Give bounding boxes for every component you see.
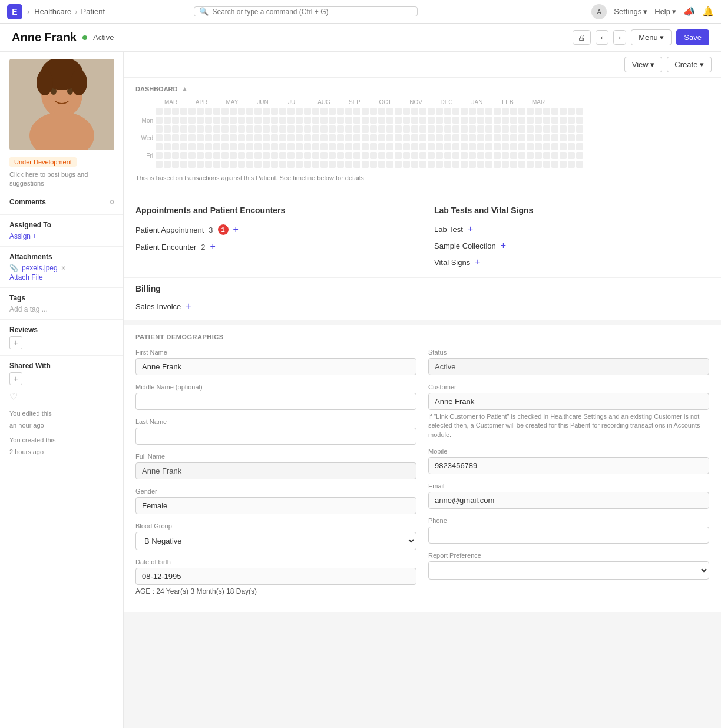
calendar-cell — [312, 152, 319, 159]
report-pref-group: Report Preference — [428, 552, 709, 580]
calendar-cell — [560, 161, 567, 168]
calendar-cell — [403, 134, 410, 141]
breadcrumb-healthcare[interactable]: Healthcare — [34, 7, 71, 16]
calendar-cell — [353, 134, 360, 141]
menu-button[interactable]: Menu ▾ — [631, 29, 672, 45]
report-pref-select[interactable] — [428, 561, 709, 580]
first-name-input[interactable] — [135, 358, 416, 375]
dashboard-hint: This is based on transactions against th… — [135, 174, 709, 181]
calendar-cell — [436, 125, 443, 133]
shared-with-add-button[interactable]: + — [9, 372, 22, 385]
save-button[interactable]: Save — [676, 29, 709, 45]
add-sales-invoice-button[interactable]: + — [186, 302, 191, 311]
reviews-add-button[interactable]: + — [9, 336, 22, 349]
email-label: Email — [428, 482, 709, 489]
calendar-cell — [518, 108, 525, 115]
calendar-cell — [197, 152, 204, 159]
calendar-cell — [370, 125, 377, 133]
help-button[interactable]: Help ▾ — [654, 7, 676, 16]
calendar-cell — [568, 152, 575, 159]
calendar-cell — [403, 125, 410, 133]
calendar-cell — [329, 152, 336, 159]
calendar-cell — [518, 117, 525, 124]
print-button[interactable]: 🖨 — [573, 30, 591, 45]
last-name-input[interactable] — [135, 428, 416, 445]
report-pref-label: Report Preference — [428, 552, 709, 559]
calendar-cell — [510, 117, 517, 124]
calendar-cell — [246, 108, 253, 115]
attachment-icon: 📎 — [9, 264, 18, 272]
add-tag[interactable]: Add a tag ... — [9, 305, 48, 313]
dashboard-toggle-icon[interactable]: ▲ — [181, 85, 188, 93]
calendar-cell — [510, 125, 517, 133]
blood-group-select[interactable]: B Negative A Positive A Negative B Posit… — [135, 532, 416, 550]
middle-name-input[interactable] — [135, 393, 416, 410]
calendar-cell — [180, 125, 187, 133]
attach-file-link[interactable]: Attach File + — [9, 273, 49, 282]
attachment-name[interactable]: pexels.jpeg — [22, 264, 58, 272]
calendar-cell — [576, 134, 583, 141]
appointments-title: Appointments and Patient Encounters — [135, 206, 411, 215]
calendar-cell — [156, 143, 163, 150]
svg-point-7 — [71, 70, 87, 95]
calendar-cell — [329, 161, 336, 168]
breadcrumb-patient[interactable]: Patient — [81, 7, 105, 16]
calendar-cell — [551, 152, 558, 159]
customer-input[interactable] — [428, 393, 709, 410]
gender-input[interactable] — [135, 497, 416, 514]
calendar-cell — [477, 143, 484, 150]
calendar-cell — [568, 161, 575, 168]
search-bar[interactable]: 🔍 — [194, 6, 418, 16]
calendar-cell — [271, 108, 278, 115]
attachments-section: Attachments 📎 pexels.jpeg × Attach File … — [0, 249, 123, 285]
dob-input[interactable] — [135, 568, 416, 585]
calendar-cell — [370, 143, 377, 150]
calendar-cell — [428, 152, 435, 159]
next-button[interactable]: › — [613, 30, 626, 45]
calendar-cell — [238, 108, 245, 115]
calendar-cell — [345, 125, 352, 133]
calendar-cell — [419, 143, 426, 150]
calendar-week-col — [164, 108, 171, 168]
email-input[interactable] — [428, 492, 709, 509]
calendar-cell — [560, 143, 567, 150]
calendar-cell — [180, 134, 187, 141]
status-input[interactable] — [428, 358, 709, 375]
calendar-cell — [180, 143, 187, 150]
under-dev-badge[interactable]: Under Development — [9, 157, 77, 167]
calendar-cell — [461, 134, 468, 141]
announcements-icon[interactable]: 📣 — [683, 6, 695, 17]
assign-link[interactable]: Assign + — [9, 232, 37, 240]
add-patient-appointment-button[interactable]: + — [233, 225, 239, 234]
settings-button[interactable]: Settings ▾ — [614, 7, 647, 16]
calendar-cell — [238, 152, 245, 159]
add-lab-test-button[interactable]: + — [468, 224, 473, 234]
calendar-cell — [312, 143, 319, 150]
view-button[interactable]: View ▾ — [624, 57, 663, 72]
create-button[interactable]: Create ▾ — [667, 57, 712, 72]
calendar-cell — [444, 152, 451, 159]
heart-icon[interactable]: ♡ — [0, 389, 123, 405]
add-patient-encounter-button[interactable]: + — [210, 242, 216, 252]
full-name-input[interactable] — [135, 462, 416, 479]
mobile-input[interactable] — [428, 457, 709, 474]
notifications-icon[interactable]: 🔔 — [702, 6, 714, 17]
prev-button[interactable]: ‹ — [596, 30, 608, 45]
calendar-cell — [221, 161, 229, 168]
calendar-cell — [560, 152, 567, 159]
calendar-cell — [386, 125, 393, 133]
phone-input[interactable] — [428, 527, 709, 544]
calendar-week-col — [527, 108, 534, 168]
add-sample-collection-button[interactable]: + — [501, 241, 506, 250]
add-vital-signs-button[interactable]: + — [475, 257, 480, 267]
calendar-cell — [180, 117, 187, 124]
attachment-delete-icon[interactable]: × — [61, 263, 66, 273]
calendar-week-col — [271, 108, 278, 168]
calendar-week-col — [205, 108, 212, 168]
search-input[interactable] — [212, 8, 412, 16]
calendar-week-col — [345, 108, 352, 168]
assigned-to-section: Assigned To Assign + — [0, 217, 123, 244]
calendar-cell — [304, 143, 311, 150]
calendar-cell — [362, 143, 369, 150]
calendar-cell — [296, 125, 303, 133]
